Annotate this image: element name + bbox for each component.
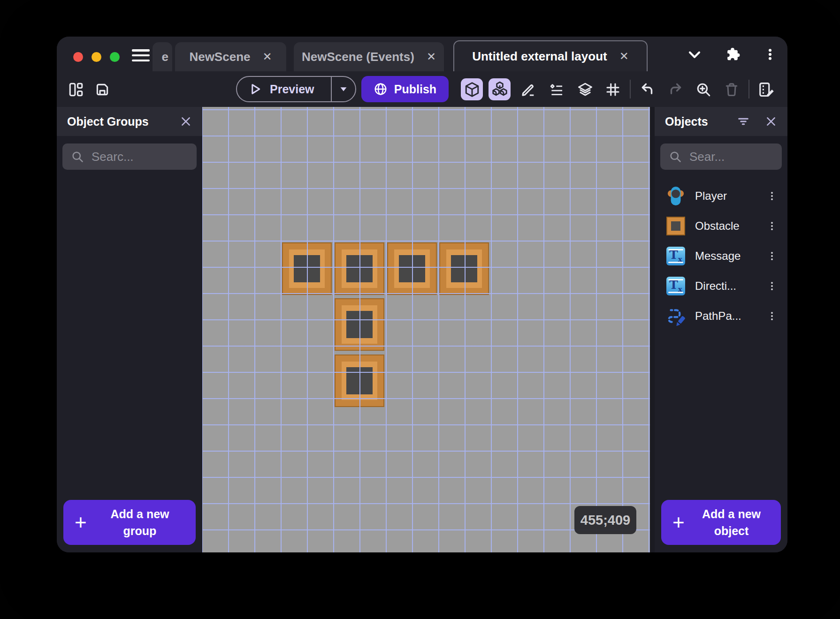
tab-newscene[interactable]: NewScene ✕ (175, 42, 286, 71)
preview-label: Preview (270, 83, 314, 96)
obstacle-instance-core (346, 255, 373, 282)
add-group-label: Add a new group (95, 506, 191, 540)
object-groups-empty-area (57, 170, 202, 500)
title-bar: e NewScene ✕ NewScene (Events) ✕ Untitle… (57, 37, 787, 71)
zoom-in-icon[interactable] (695, 81, 712, 98)
object-groups-search-input[interactable] (92, 150, 188, 164)
cursor-coordinates-badge: 455;409 (574, 506, 636, 534)
tab-close-icon[interactable]: ✕ (262, 50, 272, 63)
undo-icon[interactable] (639, 81, 657, 98)
obstacle-instance-core (346, 367, 373, 394)
add-object-button[interactable]: + Add a new object (661, 500, 781, 545)
toolbar-divider (630, 80, 631, 98)
close-window-button[interactable] (73, 52, 83, 62)
edit-object-mode-button[interactable] (461, 78, 483, 100)
tab-label: e (162, 50, 168, 64)
redo-icon[interactable] (666, 81, 684, 98)
objects-list-icon[interactable] (548, 81, 565, 98)
obstacle-instance[interactable] (335, 298, 384, 351)
object-groups-title: Object Groups (67, 115, 180, 128)
objects-search[interactable] (660, 143, 782, 170)
text-object-icon: Tx (665, 276, 687, 296)
object-row-directions[interactable]: Tx Directi... (655, 271, 787, 301)
minimize-window-button[interactable] (92, 52, 101, 62)
obstacle-instance-core (346, 311, 373, 338)
globe-icon (374, 82, 388, 96)
obstacle-instance-core (399, 255, 425, 282)
object-row-message[interactable]: Tx Message (655, 241, 787, 271)
obstacle-instance[interactable] (335, 355, 384, 407)
chevron-down-icon[interactable] (685, 45, 704, 64)
play-icon (248, 82, 262, 96)
cube-icon (464, 81, 481, 98)
tab-label: NewScene (Events) (302, 50, 414, 64)
obstacle-instance-body (394, 249, 430, 288)
obstacle-instance-core (294, 255, 320, 282)
object-menu-icon[interactable] (767, 191, 777, 201)
obstacle-instance-core (451, 255, 477, 282)
object-row-obstacle[interactable]: Obstacle (655, 211, 787, 241)
obstacle-instance-body (342, 305, 377, 344)
object-row-player[interactable]: Player (655, 181, 787, 211)
add-object-label: Add a new object (693, 506, 776, 540)
objects-panel: Objects (655, 107, 787, 552)
search-icon (71, 150, 84, 163)
objects-search-input[interactable] (689, 150, 773, 164)
obstacle-instance-body (342, 362, 377, 400)
preview-button[interactable]: Preview (236, 76, 356, 102)
object-menu-icon[interactable] (767, 251, 777, 261)
object-groups-search[interactable] (62, 143, 197, 170)
object-groups-header: Object Groups (57, 107, 202, 136)
gdevelop-window: e NewScene ✕ NewScene (Events) ✕ Untitle… (57, 37, 787, 552)
obstacle-instance[interactable] (439, 242, 489, 295)
grid-icon[interactable] (604, 81, 622, 98)
object-row-pathpaint[interactable]: PathPa... (655, 301, 787, 331)
trash-icon[interactable] (723, 81, 741, 98)
close-panel-icon[interactable] (180, 115, 192, 128)
scene-canvas[interactable]: 455;409 (202, 107, 650, 552)
screenshot-stage: e NewScene ✕ NewScene (Events) ✕ Untitle… (0, 0, 840, 619)
player-sprite-icon (665, 186, 687, 206)
plus-icon: + (75, 512, 95, 533)
tab-newscene-events[interactable]: NewScene (Events) ✕ (294, 42, 444, 71)
main-menu-icon[interactable] (132, 49, 150, 61)
tab-hidden-partial[interactable]: e (153, 42, 172, 71)
tab-label: NewScene (189, 50, 250, 64)
close-panel-icon[interactable] (765, 115, 777, 128)
object-menu-icon[interactable] (767, 221, 777, 231)
object-menu-icon[interactable] (767, 281, 777, 291)
pencil-edit-icon[interactable] (519, 81, 537, 98)
publish-label: Publish (394, 83, 436, 96)
publish-button[interactable]: Publish (361, 76, 449, 102)
obstacle-instance-body (289, 249, 325, 288)
panels-layout-icon[interactable] (67, 81, 85, 98)
extensions-puzzle-icon[interactable] (723, 45, 742, 64)
obstacle-instance[interactable] (387, 242, 437, 295)
maximize-window-button[interactable] (110, 52, 120, 62)
tab-close-icon[interactable]: ✕ (619, 50, 629, 63)
obstacle-instance[interactable] (282, 242, 332, 295)
objects-title: Objects (665, 115, 737, 128)
obstacle-instance-body (342, 249, 377, 288)
stacked-cubes-icon (491, 81, 509, 98)
toolbar: Preview Publish (57, 71, 787, 107)
layers-icon[interactable] (576, 81, 594, 98)
objects-empty-area (655, 331, 787, 500)
tab-untitled-external-layout[interactable]: Untitled external layout ✕ (453, 40, 648, 71)
tab-close-icon[interactable]: ✕ (427, 50, 436, 63)
object-menu-icon[interactable] (767, 311, 777, 321)
content-area: Object Groups + Add a new group (57, 107, 787, 552)
edit-events-icon[interactable] (758, 81, 776, 98)
filter-icon[interactable] (737, 115, 750, 128)
plus-icon: + (672, 512, 693, 533)
path-paint-icon (665, 306, 687, 326)
preview-button-main[interactable]: Preview (237, 82, 331, 96)
search-icon (669, 150, 682, 163)
preview-dropdown-caret[interactable] (332, 84, 355, 94)
save-icon[interactable] (93, 81, 111, 98)
obstacle-instance-body (446, 249, 482, 288)
more-options-icon[interactable] (761, 45, 779, 64)
obstacle-instance[interactable] (335, 242, 384, 295)
add-group-button[interactable]: + Add a new group (63, 500, 196, 545)
instances-mode-button[interactable] (489, 78, 511, 100)
